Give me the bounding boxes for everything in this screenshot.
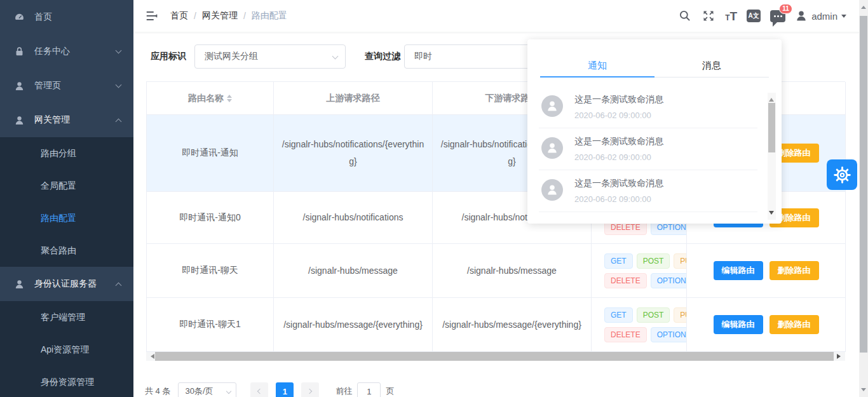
current-page-button[interactable]: 1 <box>276 382 294 397</box>
table-row[interactable]: 即时通讯-聊天1 /signalr-hubs/message/{everythi… <box>147 298 845 352</box>
cell-downstream: /signalr-hubs/message/{everything} <box>433 298 592 352</box>
message-badge: 11 <box>779 4 792 14</box>
sidebar-item-admin-page[interactable]: 管理页 <box>0 69 133 103</box>
sidebar-item-route-groups[interactable]: 路由分组 <box>0 137 133 170</box>
notification-title: 这是一条测试致命消息 <box>574 178 757 189</box>
scrollbar-thumb[interactable] <box>768 103 775 152</box>
scroll-left-icon[interactable] <box>148 354 154 359</box>
hamburger-icon[interactable] <box>145 9 159 23</box>
sidebar-item-aggregate-routes[interactable]: 聚合路由 <box>0 234 133 267</box>
sidebar-item-task-center[interactable]: 任务中心 <box>0 34 133 69</box>
user-menu[interactable]: admin <box>795 10 846 22</box>
cell-upstream: /signalr-hubs/notifications/{everything} <box>274 115 433 192</box>
user-icon <box>14 81 25 91</box>
app-root: 首页 任务中心 管理页 网关管理 路由分组 全局配置 路由配置 <box>0 0 868 397</box>
settings-button[interactable] <box>827 159 857 190</box>
method-tag: GET <box>604 253 633 269</box>
chevron-down-icon <box>226 389 231 394</box>
page-unit-label: 页 <box>386 386 394 397</box>
chevron-down-icon <box>116 81 122 88</box>
chevron-up-icon <box>116 282 122 288</box>
table-row[interactable]: 即时通讯-聊天 /signalr-hubs/message /signalr-h… <box>147 244 845 298</box>
search-icon[interactable] <box>678 9 692 23</box>
breadcrumb-gateway[interactable]: 网关管理 <box>202 10 238 22</box>
method-tag: DELETE <box>604 327 647 342</box>
identity-submenu: 客户端管理 Api资源管理 身份资源管理 <box>0 301 133 397</box>
scrollbar-thumb[interactable] <box>155 352 834 361</box>
sidebar-item-label: 身份认证服务器 <box>34 278 116 290</box>
lock-icon <box>14 46 25 57</box>
breadcrumb: 首页 / 网关管理 / 路由配置 <box>170 10 287 22</box>
scroll-up-icon[interactable] <box>769 95 774 102</box>
cell-route-name: 即时通讯-通知0 <box>147 192 274 244</box>
sidebar-item-api-resources[interactable]: Api资源管理 <box>0 333 133 366</box>
sidebar-item-global-config[interactable]: 全局配置 <box>0 170 133 202</box>
sidebar-item-identity-resources[interactable]: 身份资源管理 <box>0 366 133 397</box>
cell-route-name: 即时通讯-通知 <box>147 115 274 192</box>
col-header-route-name[interactable]: 路由名称 <box>147 82 274 115</box>
app-id-label: 应用标识 <box>151 51 186 62</box>
dashboard-icon <box>14 12 25 23</box>
scroll-up-icon[interactable] <box>861 3 866 9</box>
method-tag: POST <box>637 253 670 269</box>
cell-methods: GETPOSTPUT DELETEOPTIONS <box>592 298 687 352</box>
method-tag: POST <box>637 307 670 323</box>
fullscreen-icon[interactable] <box>702 9 715 23</box>
gear-icon <box>834 166 851 184</box>
sort-icon[interactable] <box>227 92 232 105</box>
scroll-right-icon[interactable] <box>837 354 843 359</box>
avatar <box>541 179 563 201</box>
chevron-up-icon <box>116 118 122 124</box>
cell-actions: 编辑路由 删除路由 <box>687 244 846 298</box>
tab-notifications[interactable]: 通知 <box>540 57 654 77</box>
notification-time: 2020-06-02 09:00:00 <box>574 111 757 120</box>
breadcrumb-separator: / <box>243 11 246 21</box>
sidebar-item-home[interactable]: 首页 <box>0 0 133 34</box>
notification-scrollbar[interactable] <box>768 93 776 220</box>
scroll-down-icon[interactable] <box>769 211 774 217</box>
tab-messages[interactable]: 消息 <box>654 57 769 77</box>
cell-methods: GETPOSTPUT DELETEOPTIONS <box>592 244 687 298</box>
cell-actions: 编辑路由 删除路由 <box>687 298 846 352</box>
goto-page-input[interactable] <box>357 382 381 397</box>
font-size-icon[interactable]: TT <box>725 10 737 22</box>
sidebar-item-label: 任务中心 <box>34 46 116 57</box>
table-horizontal-scrollbar[interactable] <box>146 352 845 361</box>
col-header-upstream: 上游请求路径 <box>274 82 433 115</box>
cell-upstream: /signalr-hubs/message/{everything} <box>274 298 433 352</box>
prev-page-button[interactable] <box>250 382 268 397</box>
edit-route-button[interactable]: 编辑路由 <box>714 261 763 280</box>
method-tag: PUT <box>674 307 687 323</box>
page-vertical-scrollbar[interactable] <box>859 0 868 397</box>
scrollbar-thumb[interactable] <box>860 16 867 353</box>
goto-label: 前往 <box>336 386 352 397</box>
edit-route-button[interactable]: 编辑路由 <box>714 315 763 334</box>
list-item[interactable]: 这是一条测试致命消息 2020-06-02 09:00:00 <box>539 86 757 128</box>
sidebar-item-client-management[interactable]: 客户端管理 <box>0 301 133 333</box>
next-page-button[interactable] <box>301 382 319 397</box>
method-tag: OPTIONS <box>651 327 687 342</box>
navbar-actions: TT A文 11 admin <box>678 0 846 32</box>
sidebar-item-route-config[interactable]: 路由配置 <box>0 202 133 234</box>
list-item[interactable]: 这是一条测试致命消息 2020-06-02 09:00:00 <box>539 170 757 212</box>
delete-route-button[interactable]: 删除路由 <box>770 315 819 334</box>
gateway-submenu: 路由分组 全局配置 路由配置 聚合路由 <box>0 137 133 267</box>
notification-title: 这是一条测试致命消息 <box>574 94 757 105</box>
messages-icon[interactable]: 11 <box>770 10 785 22</box>
cell-route-name: 即时通讯-聊天 <box>147 244 274 298</box>
method-tag: DELETE <box>604 273 647 288</box>
delete-route-button[interactable]: 删除路由 <box>770 261 819 280</box>
translate-icon[interactable]: A文 <box>747 10 761 22</box>
page-size-select[interactable]: 30条/页 <box>178 382 236 397</box>
breadcrumb-home[interactable]: 首页 <box>170 10 188 22</box>
scroll-down-icon[interactable] <box>861 388 866 394</box>
method-tag: GET <box>604 307 633 323</box>
sidebar-item-label: 网关管理 <box>34 114 116 126</box>
sidebar-item-gateway-management[interactable]: 网关管理 <box>0 103 133 137</box>
method-tag: PUT <box>674 253 687 269</box>
list-item[interactable]: 这是一条测试致命消息 2020-06-02 09:00:00 <box>539 128 757 170</box>
sidebar-item-label: 首页 <box>34 11 121 23</box>
cell-upstream: /signalr-hubs/message <box>274 244 433 298</box>
app-group-select[interactable]: 测试网关分组 <box>194 44 346 69</box>
sidebar-item-identity-server[interactable]: 身份认证服务器 <box>0 267 133 301</box>
